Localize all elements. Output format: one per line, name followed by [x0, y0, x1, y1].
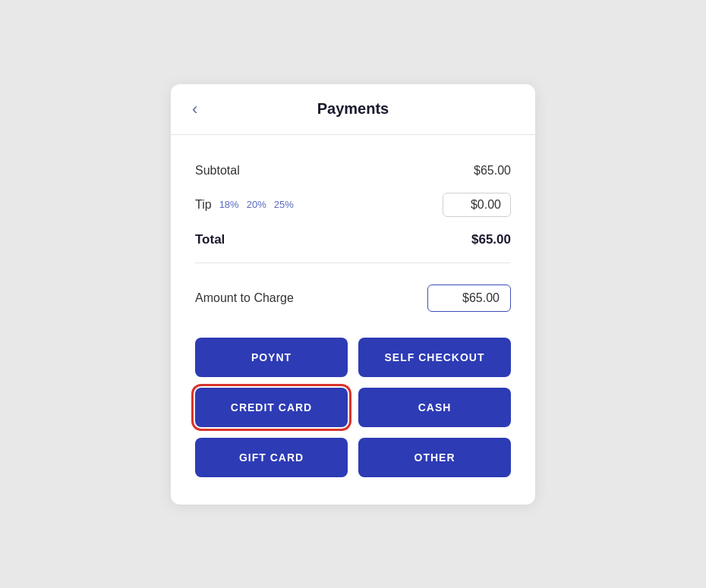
tip-20-option[interactable]: 20% [247, 199, 266, 210]
subtotal-value: $65.00 [474, 164, 511, 178]
other-button[interactable]: OTHER [358, 438, 511, 477]
self-checkout-button[interactable]: SELF CHECKOUT [358, 338, 511, 377]
gift-card-button[interactable]: GIFT CARD [195, 438, 348, 477]
amount-input[interactable] [427, 285, 511, 312]
page-title: Payments [317, 100, 389, 118]
tip-input[interactable] [443, 193, 511, 217]
body: Subtotal $65.00 Tip 18% 20% 25% Total $6… [171, 135, 535, 505]
tip-18-option[interactable]: 18% [219, 199, 239, 210]
back-button[interactable]: ‹ [192, 101, 197, 118]
payments-card: ‹ Payments Subtotal $65.00 Tip 18% 20% 2… [171, 84, 535, 505]
total-row: Total $65.00 [195, 225, 511, 255]
cash-button[interactable]: CASH [358, 388, 511, 427]
total-label: Total [195, 232, 225, 247]
tip-25-option[interactable]: 25% [274, 199, 294, 210]
amount-row: Amount to Charge [195, 277, 511, 330]
tip-row: Tip 18% 20% 25% [195, 185, 511, 225]
subtotal-label: Subtotal [195, 164, 240, 178]
payment-buttons-grid: POYNTSELF CHECKOUTCREDIT CARDCASHGIFT CA… [195, 338, 511, 477]
amount-label: Amount to Charge [195, 291, 294, 305]
total-value: $65.00 [471, 232, 511, 247]
tip-label: Tip [195, 198, 212, 212]
subtotal-row: Subtotal $65.00 [195, 156, 511, 185]
poynt-button[interactable]: POYNT [195, 338, 348, 377]
credit-card-button[interactable]: CREDIT CARD [195, 388, 348, 427]
header: ‹ Payments [171, 84, 535, 135]
divider [195, 263, 511, 263]
